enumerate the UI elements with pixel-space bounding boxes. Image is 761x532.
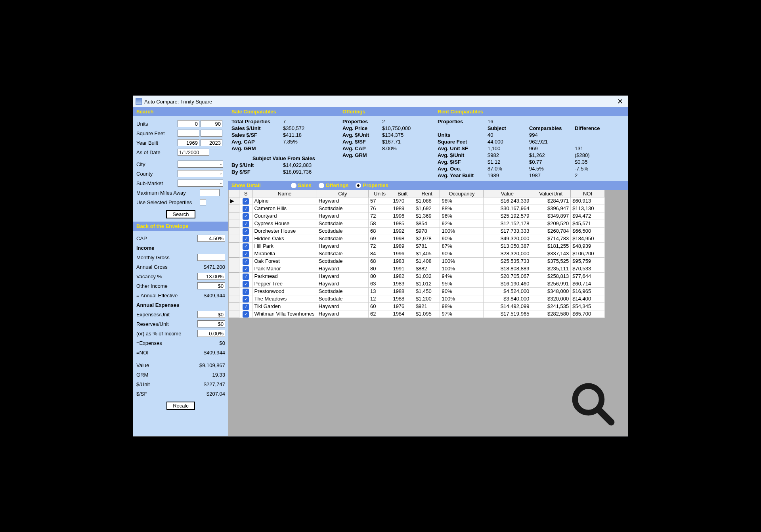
city-combo[interactable] xyxy=(178,161,223,168)
sales-spsf: $411.18 xyxy=(283,132,331,138)
magnify-icon xyxy=(568,379,616,428)
value-value: $9,109,867 xyxy=(178,362,225,368)
col-value[interactable]: Value xyxy=(484,190,531,197)
col-built[interactable]: Built xyxy=(391,190,414,197)
row-checkbox[interactable]: ✓ xyxy=(243,296,249,302)
table-row[interactable]: ✓The MeadowsScottsdale121988$1,200100%$3… xyxy=(229,295,605,303)
row-checkbox[interactable]: ✓ xyxy=(243,266,249,272)
rent-yb-d: 2 xyxy=(575,172,610,178)
expunit-input[interactable] xyxy=(197,311,225,318)
table-row[interactable]: ✓Pepper TreeHayward631983$1,01295%$16,19… xyxy=(229,280,605,288)
city-label: City xyxy=(136,161,178,167)
col-s[interactable]: S xyxy=(239,190,252,197)
row-checkbox[interactable]: ✓ xyxy=(243,251,249,257)
pctinc-input[interactable] xyxy=(197,330,225,337)
row-checkbox[interactable]: ✓ xyxy=(243,304,249,310)
col-units[interactable]: Units xyxy=(368,190,391,197)
col-noi[interactable]: NOI xyxy=(571,190,605,197)
table-row[interactable]: ✓Dorchester HouseScottsdale681992$978100… xyxy=(229,228,605,235)
detail-bar: Show Detail Sales Offerings Properties xyxy=(228,181,628,190)
perunit-label: $/Unit xyxy=(136,381,178,387)
rent-occ-d: -7.5% xyxy=(575,166,610,172)
table-row[interactable]: ▶✓AlpineHayward571970$1,08898%$16,243,33… xyxy=(229,197,605,205)
radio-icon xyxy=(319,183,324,188)
search-button[interactable]: Search xyxy=(166,210,195,218)
radio-offerings[interactable]: Offerings xyxy=(319,182,349,188)
mgross-input[interactable] xyxy=(197,254,225,261)
row-checkbox[interactable]: ✓ xyxy=(243,221,249,227)
row-checkbox[interactable]: ✓ xyxy=(243,198,249,205)
search-header: Search xyxy=(133,107,228,116)
row-checkbox[interactable]: ✓ xyxy=(243,311,249,318)
row-checkbox[interactable]: ✓ xyxy=(243,206,249,212)
off-grm xyxy=(382,152,430,158)
submarket-label: Sub-Market xyxy=(136,180,178,186)
use-selected-checkbox[interactable] xyxy=(200,199,206,205)
table-row[interactable]: ✓Oak ForestScottsdale681983$1,408100%$25… xyxy=(229,258,605,265)
mgross-label: Monthly Gross xyxy=(136,255,178,260)
rent-usf-c: 969 xyxy=(529,145,575,151)
rent-units-d xyxy=(575,132,610,138)
table-row[interactable]: ✓Hidden OaksScottsdale691998$2,97890%$49… xyxy=(229,235,605,243)
submarket-combo[interactable] xyxy=(178,180,223,187)
rent-psf-label: Avg. $/SF xyxy=(438,159,488,165)
off-cap: 8.00% xyxy=(382,145,430,151)
units-min-input[interactable] xyxy=(178,120,199,127)
off-price-label: Avg. Price xyxy=(342,125,382,131)
properties-grid[interactable]: S Name City Units Built Rent Occupancy V… xyxy=(228,190,605,318)
off-cap-label: Avg. CAP xyxy=(342,145,382,151)
asof-input[interactable] xyxy=(178,149,209,156)
table-row[interactable]: ✓PrestonwoodScottsdale131988$1,45090%$4,… xyxy=(229,288,605,295)
row-checkbox[interactable]: ✓ xyxy=(243,274,249,280)
row-checkbox[interactable]: ✓ xyxy=(243,243,249,250)
sales-header: Sale Comparables xyxy=(228,107,339,116)
table-row[interactable]: ✓Whitman Villa TownhomesHayward621984$1,… xyxy=(229,310,605,318)
row-checkbox[interactable]: ✓ xyxy=(243,289,249,295)
col-occ[interactable]: Occupancy xyxy=(440,190,484,197)
col-rent[interactable]: Rent xyxy=(414,190,440,197)
table-row[interactable]: ✓ParkmeadHayward801982$1,03294%$20,705,0… xyxy=(229,273,605,280)
sqft-min-input[interactable] xyxy=(178,130,199,137)
sales-total: 7 xyxy=(283,119,331,124)
sales-grm xyxy=(283,145,331,151)
close-button[interactable]: ✕ xyxy=(615,97,625,106)
units-label: Units xyxy=(136,121,178,127)
table-row[interactable]: ✓CourtyardHayward721996$1,36996%$25,192,… xyxy=(229,212,605,220)
col-name[interactable]: Name xyxy=(252,190,317,197)
resunit-input[interactable] xyxy=(197,320,225,327)
recalc-button[interactable]: Recalc xyxy=(166,402,195,410)
row-checkbox[interactable]: ✓ xyxy=(243,236,249,242)
row-checkbox[interactable]: ✓ xyxy=(243,213,249,220)
rent-pu-label: Avg. $/Unit xyxy=(438,152,488,158)
off-grm-label: Avg. GRM xyxy=(342,152,382,158)
maxmiles-input[interactable] xyxy=(200,189,220,196)
table-row[interactable]: ✓Cameron HillsScottsdale761989$1,69288%$… xyxy=(229,205,605,212)
off-props: 2 xyxy=(382,119,430,124)
units-max-input[interactable] xyxy=(201,120,222,127)
row-checkbox[interactable]: ✓ xyxy=(243,228,249,235)
year-max-input[interactable] xyxy=(201,139,222,146)
off-price: $10,750,000 xyxy=(382,125,430,131)
table-row[interactable]: ✓Hill ParkHayward721989$78187%$13,050,38… xyxy=(229,243,605,250)
table-row[interactable]: ✓Tiki GardenHayward601976$92198%$14,492,… xyxy=(229,303,605,310)
col-city[interactable]: City xyxy=(317,190,368,197)
col-vpu[interactable]: Value/Unit xyxy=(531,190,571,197)
sqft-max-input[interactable] xyxy=(201,130,222,137)
radio-properties[interactable]: Properties xyxy=(356,182,388,188)
county-combo[interactable] xyxy=(178,170,223,177)
table-row[interactable]: ✓Cypress HouseScottsdale581985$85492%$12… xyxy=(229,220,605,228)
row-checkbox[interactable]: ✓ xyxy=(243,281,249,287)
table-row[interactable]: ✓MirabellaScottsdale841996$1,40590%$28,3… xyxy=(229,250,605,258)
vac-input[interactable] xyxy=(197,273,225,280)
radio-sales[interactable]: Sales xyxy=(291,182,312,188)
auto-compare-window: Auto Compare: Trinity Square ✕ Search Un… xyxy=(133,96,628,436)
exp-header: Annual Expenses xyxy=(136,302,200,308)
row-checkbox[interactable]: ✓ xyxy=(243,258,249,265)
other-input[interactable] xyxy=(197,282,225,289)
rent-yb-label: Avg. Year Built xyxy=(438,172,488,178)
table-row[interactable]: ✓Park ManorHayward801991$882100%$18,808,… xyxy=(229,265,605,273)
envelope-panel: CAP Income Monthly Gross Annual Gross$47… xyxy=(133,231,228,413)
year-min-input[interactable] xyxy=(178,139,199,146)
cap-input[interactable] xyxy=(197,235,225,242)
rent-usf-d: 131 xyxy=(575,145,610,151)
